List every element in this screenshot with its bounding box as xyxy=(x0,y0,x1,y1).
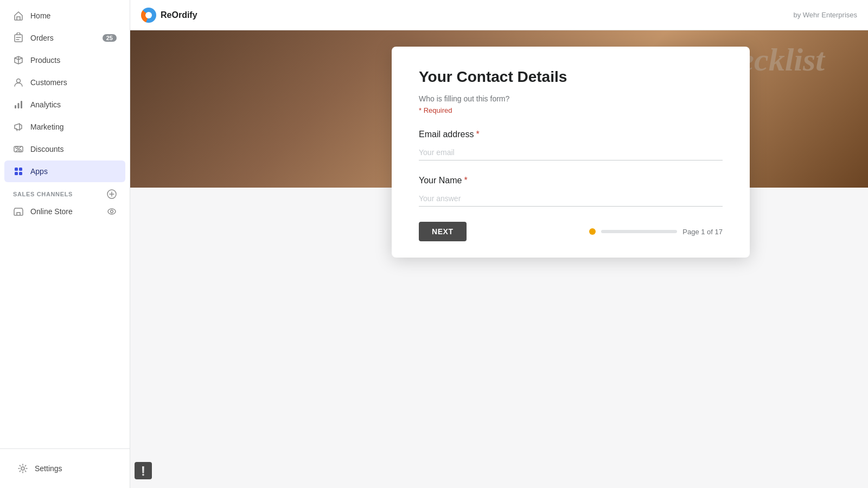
svg-point-13 xyxy=(108,209,116,214)
svg-rect-9 xyxy=(19,168,22,171)
main-area: ReOrdify by Wehr Enterprises Checklist R… xyxy=(130,0,868,488)
svg-rect-0 xyxy=(15,35,22,42)
marketing-icon xyxy=(13,121,24,132)
svg-rect-8 xyxy=(15,168,18,171)
sidebar-item-analytics-label: Analytics xyxy=(30,100,61,109)
email-required-star: * xyxy=(476,130,479,139)
sidebar-item-apps-label: Apps xyxy=(30,167,48,176)
settings-icon xyxy=(17,463,28,474)
topbar: ReOrdify by Wehr Enterprises xyxy=(130,0,868,30)
svg-point-15 xyxy=(21,467,24,470)
name-field-group: Your Name * xyxy=(419,176,723,207)
svg-rect-4 xyxy=(21,101,22,108)
form-subtitle: Who is filling out this form? xyxy=(419,94,723,103)
orders-icon xyxy=(13,33,24,43)
topbar-logo: ReOrdify xyxy=(141,8,197,23)
customers-icon xyxy=(13,77,24,88)
feedback-icon: ❕ xyxy=(138,466,149,476)
feedback-button[interactable]: ❕ xyxy=(135,462,152,479)
logo-inner xyxy=(145,12,152,18)
add-sales-channel-button[interactable] xyxy=(107,189,117,199)
svg-rect-10 xyxy=(15,172,18,175)
sidebar-item-home-label: Home xyxy=(30,11,50,20)
next-button[interactable]: NEXT xyxy=(419,222,467,241)
analytics-icon xyxy=(13,99,24,110)
email-input[interactable] xyxy=(419,145,723,160)
svg-rect-11 xyxy=(19,172,22,175)
form-footer: NEXT Page 1 of 17 xyxy=(419,222,723,241)
sidebar-bottom: Settings xyxy=(0,448,130,488)
sidebar-item-home[interactable]: Home xyxy=(4,5,125,27)
sidebar-item-orders-label: Orders xyxy=(30,34,54,42)
topbar-by-text: by Wehr Enterprises xyxy=(793,11,857,19)
svg-rect-2 xyxy=(15,105,16,108)
discounts-icon xyxy=(13,144,24,155)
progress-bar xyxy=(601,230,677,233)
online-store-icon xyxy=(13,206,24,217)
home-icon xyxy=(13,10,24,21)
sidebar: Home Orders 25 Products xyxy=(0,0,130,488)
sidebar-item-customers-label: Customers xyxy=(30,78,67,87)
topbar-brand: ReOrdify xyxy=(161,10,197,20)
sidebar-item-marketing[interactable]: Marketing xyxy=(4,116,125,138)
sidebar-item-settings-label: Settings xyxy=(35,464,62,473)
sidebar-nav: Home Orders 25 Products xyxy=(0,0,130,448)
sales-channels-section: SALES CHANNELS xyxy=(0,183,130,201)
online-store-visibility-button[interactable] xyxy=(107,207,117,216)
name-required-star: * xyxy=(464,176,467,185)
sidebar-item-online-store[interactable]: Online Store xyxy=(4,202,125,221)
page-label: Page 1 of 17 xyxy=(682,228,723,236)
sidebar-item-settings[interactable]: Settings xyxy=(9,458,121,479)
name-input[interactable] xyxy=(419,191,723,207)
svg-point-14 xyxy=(111,210,113,213)
form-required-label: * Required xyxy=(419,106,723,114)
sidebar-item-marketing-label: Marketing xyxy=(30,123,63,131)
email-label: Email address * xyxy=(419,130,723,139)
products-icon xyxy=(13,55,24,66)
sidebar-item-discounts[interactable]: Discounts xyxy=(4,138,125,160)
sidebar-item-products[interactable]: Products xyxy=(4,49,125,71)
apps-icon xyxy=(13,166,24,177)
sidebar-item-apps[interactable]: Apps xyxy=(4,160,125,182)
logo-icon xyxy=(141,8,156,23)
form-title: Your Contact Details xyxy=(419,68,723,86)
email-field-group: Email address * xyxy=(419,130,723,160)
sidebar-item-orders[interactable]: Orders 25 xyxy=(4,27,125,49)
name-label: Your Name * xyxy=(419,176,723,185)
online-store-label: Online Store xyxy=(30,207,73,216)
svg-point-1 xyxy=(17,79,21,83)
sales-channels-label: SALES CHANNELS xyxy=(13,191,73,197)
svg-rect-3 xyxy=(18,103,20,108)
progress-area: Page 1 of 17 xyxy=(589,228,723,236)
sidebar-item-products-label: Products xyxy=(30,56,60,65)
content-area: Checklist R ordify Your Contact Details … xyxy=(130,30,868,488)
contact-form-modal: Your Contact Details Who is filling out … xyxy=(392,47,750,258)
sidebar-item-discounts-label: Discounts xyxy=(30,145,63,153)
sidebar-item-analytics[interactable]: Analytics xyxy=(4,94,125,115)
sidebar-item-customers[interactable]: Customers xyxy=(4,72,125,93)
orders-badge: 25 xyxy=(103,34,117,42)
progress-dot xyxy=(589,228,596,235)
